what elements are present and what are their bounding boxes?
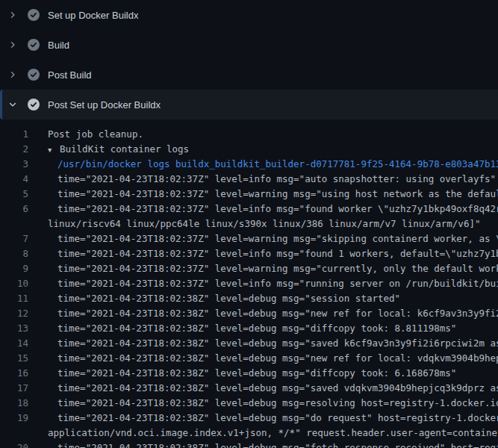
log-line-text: time="2021-04-23T18:02:37Z" level=warnin… <box>28 261 498 276</box>
log-line-text: time="2021-04-23T18:02:37Z" level=info m… <box>28 276 498 291</box>
log-row: 2 ▼BuildKit container logs <box>0 142 498 157</box>
log-row: application/vnd.oci.image.index.v1+json,… <box>0 426 498 441</box>
log-line-text: time="2021-04-23T18:02:38Z" level=debug … <box>28 291 400 306</box>
log-line-number[interactable]: 20 <box>0 441 28 448</box>
log-line-text: time="2021-04-23T18:02:38Z" level=debug … <box>28 441 498 448</box>
log-line-number[interactable]: 14 <box>0 336 28 351</box>
log-line-text: time="2021-04-23T18:02:37Z" level=info m… <box>28 202 498 217</box>
log-lines: 1 Post job cleanup. 2 ▼BuildKit containe… <box>0 119 498 448</box>
log-line-text: linux/riscv64 linux/ppc64le linux/s390x … <box>28 217 480 231</box>
log-line-text: time="2021-04-23T18:02:38Z" level=debug … <box>28 381 498 396</box>
log-row: 3 /usr/bin/docker logs buildx_buildkit_b… <box>0 157 498 172</box>
check-circle-icon <box>28 9 40 21</box>
log-row: 13 time="2021-04-23T18:02:38Z" level=deb… <box>0 321 498 336</box>
chevron-icon <box>8 10 17 19</box>
chevron-icon <box>8 100 17 109</box>
log-line-text: time="2021-04-23T18:02:38Z" level=debug … <box>28 321 456 336</box>
log-command-text: /usr/bin/docker logs buildx_buildkit_bui… <box>28 157 498 172</box>
log-line-number[interactable]: 7 <box>0 231 28 246</box>
log-line-number[interactable]: 16 <box>0 366 28 381</box>
log-line-number[interactable]: 5 <box>0 187 28 202</box>
step-label: Post Set up Docker Buildx <box>48 99 161 111</box>
log-line-number[interactable]: 18 <box>0 396 28 411</box>
log-line-text: time="2021-04-23T18:02:37Z" level=info m… <box>28 246 498 261</box>
log-line-number[interactable]: 10 <box>0 276 28 291</box>
log-group-toggle-icon[interactable]: ▼ <box>48 143 60 158</box>
log-line-number[interactable]: 12 <box>0 306 28 321</box>
step-label: Post Build <box>48 69 92 81</box>
log-row: 19 time="2021-04-23T18:02:38Z" level=deb… <box>0 411 498 426</box>
log-line-text: time="2021-04-23T18:02:38Z" level=debug … <box>28 366 456 381</box>
log-line-text: time="2021-04-23T18:02:38Z" level=debug … <box>28 306 498 321</box>
log-line-number[interactable]: 11 <box>0 291 28 306</box>
log-row: 18 time="2021-04-23T18:02:38Z" level=deb… <box>0 396 498 411</box>
log-row: 17 time="2021-04-23T18:02:38Z" level=deb… <box>0 381 498 396</box>
log-row: 11 time="2021-04-23T18:02:38Z" level=deb… <box>0 291 498 306</box>
log-line-number[interactable]: 13 <box>0 321 28 336</box>
log-line-text: time="2021-04-23T18:02:37Z" level=info m… <box>28 172 496 187</box>
log-row: 20 time="2021-04-23T18:02:38Z" level=deb… <box>0 441 498 448</box>
step-row-set-up-docker-buildx[interactable]: Set up Docker Buildx <box>0 0 498 30</box>
log-line-number <box>0 426 28 441</box>
chevron-icon <box>8 40 17 49</box>
log-row: linux/riscv64 linux/ppc64le linux/s390x … <box>0 217 498 231</box>
log-line-number[interactable]: 17 <box>0 381 28 396</box>
check-circle-icon <box>28 69 40 81</box>
log-row: 12 time="2021-04-23T18:02:38Z" level=deb… <box>0 306 498 321</box>
log-row: 9 time="2021-04-23T18:02:37Z" level=warn… <box>0 261 498 276</box>
log-line-number[interactable]: 8 <box>0 246 28 261</box>
step-row-post-set-up-docker-buildx[interactable]: Post Set up Docker Buildx <box>0 90 498 119</box>
log-line-text: time="2021-04-23T18:02:37Z" level=warnin… <box>28 187 498 202</box>
log-row: 1 Post job cleanup. <box>0 127 498 142</box>
check-circle-icon <box>28 99 40 111</box>
log-line-text: time="2021-04-23T18:02:38Z" level=debug … <box>28 351 498 366</box>
log-line-text: time="2021-04-23T18:02:37Z" level=warnin… <box>28 231 498 246</box>
log-row: 10 time="2021-04-23T18:02:37Z" level=inf… <box>0 276 498 291</box>
step-label: Build <box>48 40 69 51</box>
log-line-number <box>0 217 28 231</box>
log-group-header[interactable]: ▼BuildKit container logs <box>28 142 189 157</box>
step-label: Set up Docker Buildx <box>48 10 138 21</box>
log-line-text: time="2021-04-23T18:02:38Z" level=debug … <box>28 411 498 426</box>
log-row: 16 time="2021-04-23T18:02:38Z" level=deb… <box>0 366 498 381</box>
log-line-number[interactable]: 6 <box>0 202 28 217</box>
log-line-number[interactable]: 15 <box>0 351 28 366</box>
log-line-text: application/vnd.oci.image.index.v1+json,… <box>28 426 498 441</box>
log-line-number[interactable]: 19 <box>0 411 28 426</box>
check-circle-icon <box>28 39 40 51</box>
log-line-text: time="2021-04-23T18:02:38Z" level=debug … <box>28 336 498 351</box>
log-line-number[interactable]: 9 <box>0 261 28 276</box>
log-row: 14 time="2021-04-23T18:02:38Z" level=deb… <box>0 336 498 351</box>
log-line-text: Post job cleanup. <box>28 127 143 142</box>
log-line-number[interactable]: 2 <box>0 142 28 157</box>
step-row-build[interactable]: Build <box>0 30 498 60</box>
log-row: 8 time="2021-04-23T18:02:37Z" level=info… <box>0 246 498 261</box>
log-row: 7 time="2021-04-23T18:02:37Z" level=warn… <box>0 231 498 246</box>
log-line-text: time="2021-04-23T18:02:38Z" level=debug … <box>28 396 498 411</box>
log-row: 4 time="2021-04-23T18:02:37Z" level=info… <box>0 172 498 187</box>
chevron-icon <box>8 70 17 79</box>
steps-list: Set up Docker Buildx Build P <box>0 0 498 119</box>
log-line-number[interactable]: 4 <box>0 172 28 187</box>
log-row: 6 time="2021-04-23T18:02:37Z" level=info… <box>0 202 498 217</box>
log-row: 5 time="2021-04-23T18:02:37Z" level=warn… <box>0 187 498 202</box>
actions-log-viewer: Set up Docker Buildx Build P <box>0 0 498 448</box>
step-row-post-build[interactable]: Post Build <box>0 60 498 90</box>
log-line-number[interactable]: 3 <box>0 157 28 172</box>
log-line-number[interactable]: 1 <box>0 127 28 142</box>
log-row: 15 time="2021-04-23T18:02:38Z" level=deb… <box>0 351 498 366</box>
